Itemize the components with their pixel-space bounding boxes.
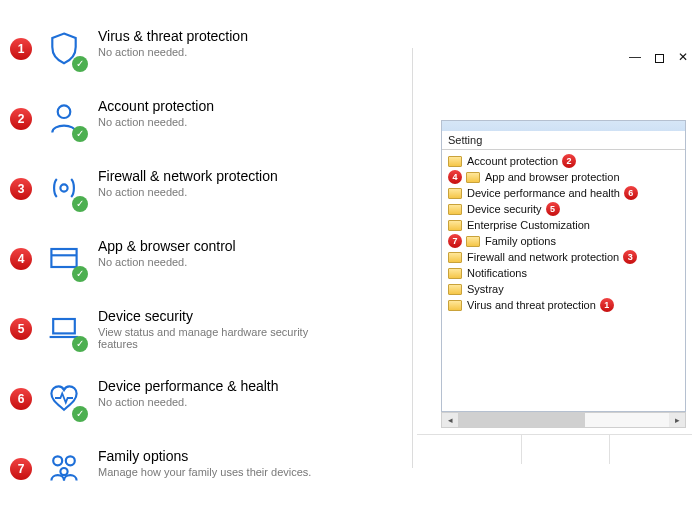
scroll-left-icon[interactable]: ◂ bbox=[442, 413, 458, 427]
annotation-badge: 2 bbox=[562, 154, 576, 168]
horizontal-scrollbar[interactable]: ◂ ▸ bbox=[441, 412, 686, 428]
settings-tree-item[interactable]: Firewall and network protection3 bbox=[442, 249, 685, 265]
annotation-badge: 7 bbox=[448, 234, 462, 248]
settings-tree-item[interactable]: Account protection2 bbox=[442, 153, 685, 169]
signal-icon: ✓ bbox=[44, 168, 84, 208]
annotation-badge: 4 bbox=[10, 248, 32, 270]
annotation-badge: 5 bbox=[546, 202, 560, 216]
policy-editor-window: — ✕ Setting Account protection24App and … bbox=[412, 48, 696, 468]
svg-point-7 bbox=[60, 468, 67, 475]
status-strip bbox=[417, 434, 692, 464]
tree-item-label: Device security bbox=[467, 203, 542, 215]
svg-point-0 bbox=[58, 105, 71, 118]
settings-header: Setting bbox=[442, 131, 685, 150]
svg-point-1 bbox=[60, 184, 67, 191]
item-title: App & browser control bbox=[98, 238, 236, 254]
item-subtitle: No action needed. bbox=[98, 186, 278, 198]
security-item-family[interactable]: 7 Family options Manage how your family … bbox=[0, 438, 350, 508]
item-title: Account protection bbox=[98, 98, 214, 114]
tree-item-label: Family options bbox=[485, 235, 556, 247]
status-check-icon: ✓ bbox=[72, 56, 88, 72]
security-item-performance[interactable]: 6 ✓ Device performance & health No actio… bbox=[0, 368, 350, 438]
window-icon: ✓ bbox=[44, 238, 84, 278]
item-title: Device security bbox=[98, 308, 350, 324]
settings-tree-item[interactable]: Device security5 bbox=[442, 201, 685, 217]
settings-group-frame: Setting Account protection24App and brow… bbox=[441, 120, 686, 412]
annotation-badge: 3 bbox=[10, 178, 32, 200]
item-subtitle: No action needed. bbox=[98, 256, 236, 268]
annotation-badge: 4 bbox=[448, 170, 462, 184]
frame-top-decor bbox=[442, 121, 685, 131]
item-subtitle: No action needed. bbox=[98, 46, 248, 58]
settings-tree-item[interactable]: Notifications bbox=[442, 265, 685, 281]
tree-item-label: Account protection bbox=[467, 155, 558, 167]
person-icon: ✓ bbox=[44, 98, 84, 138]
close-button[interactable]: ✕ bbox=[678, 50, 688, 64]
tree-item-label: Firewall and network protection bbox=[467, 251, 619, 263]
scroll-track[interactable] bbox=[458, 413, 669, 427]
annotation-badge: 6 bbox=[10, 388, 32, 410]
tree-item-label: Notifications bbox=[467, 267, 527, 279]
settings-tree-item[interactable]: Virus and threat protection1 bbox=[442, 297, 685, 313]
status-check-icon: ✓ bbox=[72, 126, 88, 142]
window-title-bar: — ✕ bbox=[413, 48, 696, 72]
item-subtitle: View status and manage hardware security… bbox=[98, 326, 350, 350]
shield-icon: ✓ bbox=[44, 28, 84, 68]
settings-tree-item[interactable]: Enterprise Customization bbox=[442, 217, 685, 233]
security-items-list: 1 ✓ Virus & threat protection No action … bbox=[0, 18, 350, 508]
status-check-icon: ✓ bbox=[72, 266, 88, 282]
security-item-virus[interactable]: 1 ✓ Virus & threat protection No action … bbox=[0, 18, 350, 88]
folder-icon bbox=[448, 284, 462, 295]
settings-tree-item[interactable]: 4App and browser protection bbox=[442, 169, 685, 185]
annotation-badge: 2 bbox=[10, 108, 32, 130]
annotation-badge: 7 bbox=[10, 458, 32, 480]
status-check-icon: ✓ bbox=[72, 196, 88, 212]
folder-icon bbox=[448, 188, 462, 199]
folder-icon bbox=[466, 236, 480, 247]
tree-item-label: Virus and threat protection bbox=[467, 299, 596, 311]
tree-item-label: Enterprise Customization bbox=[467, 219, 590, 231]
folder-icon bbox=[448, 268, 462, 279]
settings-tree-item[interactable]: 7Family options bbox=[442, 233, 685, 249]
folder-icon bbox=[448, 220, 462, 231]
item-title: Firewall & network protection bbox=[98, 168, 278, 184]
settings-tree-item[interactable]: Systray bbox=[442, 281, 685, 297]
security-item-account[interactable]: 2 ✓ Account protection No action needed. bbox=[0, 88, 350, 158]
item-title: Family options bbox=[98, 448, 311, 464]
item-title: Virus & threat protection bbox=[98, 28, 248, 44]
folder-icon bbox=[448, 252, 462, 263]
annotation-badge: 3 bbox=[623, 250, 637, 264]
item-subtitle: No action needed. bbox=[98, 396, 279, 408]
settings-tree: Account protection24App and browser prot… bbox=[442, 150, 685, 316]
folder-icon bbox=[466, 172, 480, 183]
svg-rect-2 bbox=[51, 249, 76, 267]
annotation-badge: 1 bbox=[600, 298, 614, 312]
tree-item-label: Systray bbox=[467, 283, 504, 295]
annotation-badge: 5 bbox=[10, 318, 32, 340]
status-check-icon: ✓ bbox=[72, 336, 88, 352]
folder-icon bbox=[448, 204, 462, 215]
security-item-device-security[interactable]: 5 ✓ Device security View status and mana… bbox=[0, 298, 350, 368]
svg-point-5 bbox=[53, 456, 62, 465]
scroll-thumb[interactable] bbox=[458, 413, 585, 427]
annotation-badge: 1 bbox=[10, 38, 32, 60]
status-check-icon: ✓ bbox=[72, 406, 88, 422]
folder-icon bbox=[448, 300, 462, 311]
laptop-icon: ✓ bbox=[44, 308, 84, 348]
minimize-button[interactable]: — bbox=[629, 50, 641, 64]
tree-item-label: App and browser protection bbox=[485, 171, 620, 183]
item-subtitle: No action needed. bbox=[98, 116, 214, 128]
security-item-app-browser[interactable]: 4 ✓ App & browser control No action need… bbox=[0, 228, 350, 298]
scroll-right-icon[interactable]: ▸ bbox=[669, 413, 685, 427]
security-item-firewall[interactable]: 3 ✓ Firewall & network protection No act… bbox=[0, 158, 350, 228]
folder-icon bbox=[448, 156, 462, 167]
heart-icon: ✓ bbox=[44, 378, 84, 418]
annotation-badge: 6 bbox=[624, 186, 638, 200]
item-subtitle: Manage how your family uses their device… bbox=[98, 466, 311, 478]
family-icon bbox=[44, 448, 84, 488]
settings-tree-item[interactable]: Device performance and health6 bbox=[442, 185, 685, 201]
svg-rect-4 bbox=[53, 319, 75, 333]
svg-point-6 bbox=[66, 456, 75, 465]
item-title: Device performance & health bbox=[98, 378, 279, 394]
maximize-button[interactable] bbox=[655, 50, 664, 66]
